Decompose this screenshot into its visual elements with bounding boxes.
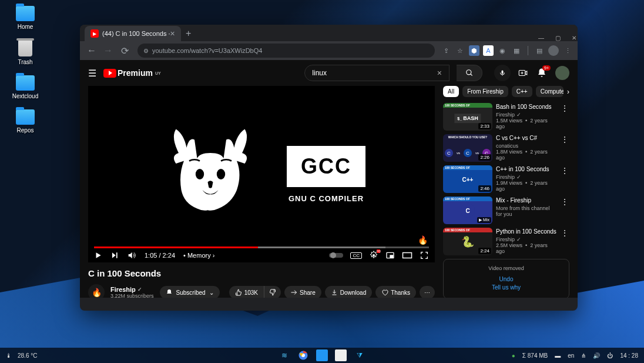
recommendation-menu-icon[interactable]: ⋮ [560, 103, 569, 131]
recommendation-channel[interactable]: More from this channel for you [496, 205, 556, 217]
desktop-icon-nextcloud[interactable]: Nextcloud [8, 75, 43, 99]
volume-icon[interactable]: 🔊 [593, 352, 600, 359]
recommendation-channel[interactable]: Fireship ✓ [496, 237, 556, 242]
desktop-icon-home[interactable]: Home [8, 6, 43, 30]
nav-reload-button[interactable]: ⟳ [118, 44, 132, 58]
browser-tab[interactable]: ▶ (44) C in 100 Seconds · × [85, 26, 181, 41]
channel-avatar[interactable]: 🔥 [88, 284, 105, 298]
recommendation-thumbnail[interactable]: 100 SECONDS OF🐍2:24 [443, 228, 492, 255]
vscode-icon[interactable]: ⧩ [354, 349, 365, 361]
recommendation-item[interactable]: 100 SECONDS OFC▶ MixMix - FireshipMore f… [443, 197, 569, 224]
chip-cpp[interactable]: C++ [512, 86, 532, 97]
recommendation-channel[interactable]: Fireship ✓ [496, 112, 556, 118]
menu-icon[interactable]: ⋮ [562, 45, 573, 56]
next-button[interactable] [110, 251, 119, 259]
recommendation-channel[interactable]: Fireship ✓ [496, 174, 556, 180]
svg-point-6 [196, 169, 204, 179]
app-launcher-icon[interactable]: ≋ [279, 349, 290, 361]
power-icon[interactable]: ⏻ [607, 352, 613, 359]
recommendation-item[interactable]: WHICH SHOULD YOU USE?CvsCvsC2:26C vs C++… [443, 134, 569, 162]
subscribe-button[interactable]: Subscribed ⌄ [160, 286, 220, 298]
extension-icon[interactable]: ⬢ [469, 45, 479, 56]
memory-display[interactable]: Σ 874 MB [522, 352, 548, 359]
nav-forward-button[interactable]: → [101, 44, 115, 58]
miniplayer-button[interactable] [385, 251, 395, 260]
new-tab-button[interactable]: + [181, 26, 196, 41]
addressbar[interactable]: ⚙ youtube.com/watch?v=U3aXWizDbQ4 [137, 44, 435, 58]
clock[interactable]: 14 : 28 [620, 352, 638, 359]
recommendation-menu-icon[interactable]: ⋮ [560, 165, 569, 193]
extension-icon[interactable]: A [483, 45, 494, 56]
fullscreen-button[interactable] [420, 251, 429, 260]
network-manager-icon[interactable]: ● [512, 352, 515, 359]
svg-rect-13 [403, 253, 412, 258]
recommendation-channel[interactable]: conaticus [496, 143, 556, 149]
language-indicator[interactable]: en [568, 352, 574, 359]
recommendation-item[interactable]: 100 SECONDS OFC++2:46C++ in 100 SecondsF… [443, 165, 569, 193]
channel-name[interactable]: Fireship✓ [110, 286, 154, 293]
create-icon[interactable] [518, 68, 528, 78]
share-button[interactable]: Share [284, 286, 321, 298]
recommendation-thumbnail[interactable]: 100 SECONDS OF$_BASH2:33 [443, 103, 492, 131]
recommendation-thumbnail[interactable]: 100 SECONDS OFC++2:46 [443, 165, 492, 193]
site-info-icon[interactable]: ⚙ [143, 48, 149, 54]
volume-button[interactable] [127, 251, 136, 260]
tab-close-icon[interactable]: × [170, 29, 175, 38]
chapter-display[interactable]: • Memory › [183, 252, 214, 259]
autoplay-toggle[interactable] [329, 252, 343, 259]
notifications-icon[interactable]: 9+ [536, 68, 547, 78]
search-input[interactable] [312, 69, 437, 77]
voice-search-button[interactable] [494, 65, 511, 81]
theater-button[interactable] [402, 251, 412, 259]
weather-icon[interactable]: 🌡 [6, 352, 12, 359]
extension-icon[interactable]: ▦ [511, 45, 522, 56]
bookmark-icon[interactable]: ☆ [455, 45, 465, 56]
chip-all[interactable]: All [443, 86, 459, 97]
window-minimize-button[interactable]: — [538, 34, 545, 41]
chips-next-icon[interactable]: › [567, 88, 569, 96]
undo-link[interactable]: Undo [450, 276, 563, 282]
window-close-button[interactable]: ✕ [571, 34, 578, 41]
wifi-icon[interactable]: ⋔ [581, 352, 586, 359]
dislike-button[interactable] [264, 286, 281, 298]
recommendation-item[interactable]: 100 SECONDS OF$_BASH2:33Bash in 100 Seco… [443, 103, 569, 131]
recommendation-thumbnail[interactable]: 100 SECONDS OFC▶ Mix [443, 197, 492, 224]
temperature[interactable]: 28.6 °C [18, 352, 37, 359]
more-actions-button[interactable]: ⋯ [420, 286, 435, 298]
extension-icon[interactable]: ▤ [534, 45, 545, 56]
settings-button[interactable]: HD [369, 251, 378, 260]
desktop-icon-trash[interactable]: Trash [8, 40, 43, 65]
recommendation-menu-icon[interactable]: ⋮ [560, 197, 569, 224]
chip-compsci[interactable]: Computer Science [536, 86, 564, 97]
user-avatar[interactable] [555, 66, 569, 80]
play-button[interactable] [94, 251, 102, 259]
extension-icon[interactable]: ◉ [497, 45, 508, 56]
captions-button[interactable]: CC [350, 252, 362, 259]
tell-us-why-link[interactable]: Tell us why [450, 284, 563, 291]
video-player[interactable]: GCC GNU C COMPILER 🔥 1:05 / 2:24 [88, 86, 435, 262]
download-button[interactable]: Download [325, 286, 372, 298]
recommendation-menu-icon[interactable]: ⋮ [560, 134, 569, 162]
chip-from-fireship[interactable]: From Fireship [462, 86, 508, 97]
hamburger-menu-icon[interactable]: ☰ [88, 68, 96, 79]
recommendation-menu-icon[interactable]: ⋮ [560, 228, 569, 255]
search-box[interactable]: × [304, 65, 450, 81]
thanks-button[interactable]: Thanks [375, 286, 416, 298]
nav-back-button[interactable]: ← [85, 44, 99, 58]
recommendation-item[interactable]: 100 SECONDS OF🐍2:24Python in 100 Seconds… [443, 228, 569, 255]
terminal-icon[interactable] [335, 349, 347, 361]
gnu-logo-icon [157, 121, 263, 227]
files-icon[interactable] [316, 349, 328, 361]
chrome-icon[interactable] [297, 349, 309, 361]
battery-icon[interactable]: ▬ [555, 352, 561, 359]
desktop-icon-repos[interactable]: Repos [8, 109, 43, 134]
search-button[interactable] [457, 65, 482, 81]
search-clear-icon[interactable]: × [437, 68, 442, 78]
like-button[interactable]: 103K [229, 286, 264, 298]
video-main: GCC GNU C COMPILER 🔥 1:05 / 2:24 [88, 86, 435, 298]
profile-icon[interactable] [548, 45, 559, 56]
window-maximize-button[interactable]: ▢ [554, 34, 561, 41]
recommendation-thumbnail[interactable]: WHICH SHOULD YOU USE?CvsCvsC2:26 [443, 134, 492, 162]
share-icon[interactable]: ⇪ [441, 45, 451, 56]
youtube-logo[interactable]: Premium UY [103, 68, 161, 78]
